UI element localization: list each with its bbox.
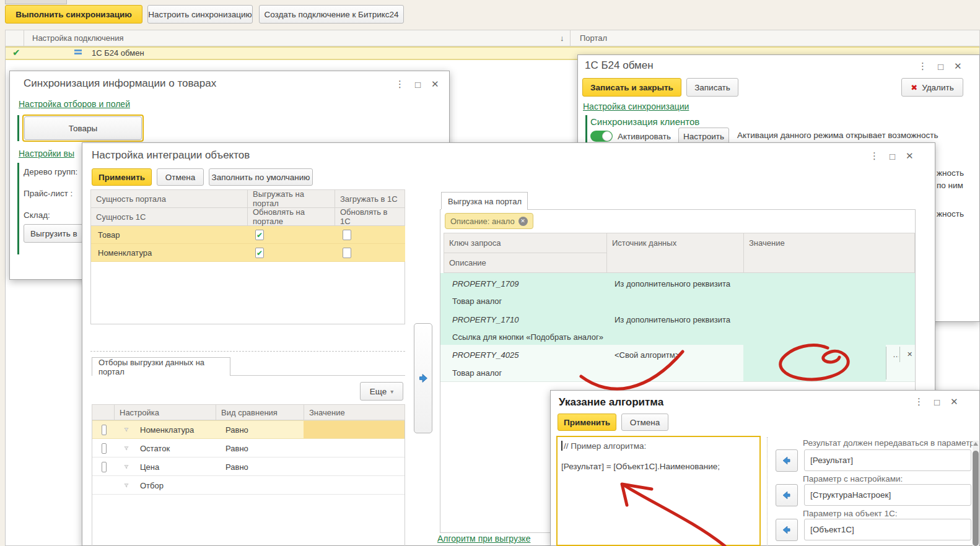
scrollbar-thumb[interactable] (973, 451, 979, 546)
tab-filters[interactable]: Отборы выгрузки данных на портал (92, 357, 230, 376)
clear-value-button[interactable]: ✕ (902, 345, 913, 363)
checkbox-checked[interactable]: ✔ (255, 248, 264, 258)
more-button-label: Еще (370, 387, 387, 396)
algorithm-on-upload-link[interactable]: Алгоритм при выгрузке (437, 534, 530, 544)
sync-icon (74, 50, 82, 51)
kebab-icon[interactable]: ⋮ (395, 79, 405, 90)
products-button[interactable]: Товары (24, 116, 142, 140)
entity-col-load[interactable]: Загружать в 1С (335, 189, 405, 208)
filters-fields-link[interactable]: Настройка отборов и полей (19, 99, 130, 109)
apply-button[interactable]: Применить (92, 168, 152, 186)
filter-row-name: Номенклатура (135, 420, 214, 439)
checkbox-unchecked[interactable] (343, 230, 351, 240)
choose-value-button[interactable]: … (888, 345, 899, 363)
filter-value-cell[interactable] (304, 421, 405, 438)
code-comment-line: // Пример алгоритма: (564, 441, 646, 451)
maximize-icon[interactable]: □ (934, 397, 940, 407)
map-col-value[interactable]: Значение (743, 233, 915, 273)
filter-row-checkbox[interactable] (97, 457, 112, 476)
settings-param-label: Параметр с настройками: (803, 474, 903, 483)
maximize-icon[interactable]: □ (938, 61, 943, 72)
mode-description: Активация данного режима открывает возмо… (737, 131, 938, 140)
checkbox-checked[interactable]: ✔ (255, 230, 264, 240)
filter-col-select[interactable] (92, 404, 115, 420)
unload-button[interactable]: Выгрузить в (24, 224, 83, 243)
create-connection-button[interactable]: Создать подключение к Битрикс24 (259, 5, 404, 24)
cancel-button[interactable]: Отмена (157, 168, 204, 186)
insert-object-button[interactable] (776, 519, 798, 541)
group-indicator (585, 115, 587, 145)
filter-row-name: Цена (135, 457, 214, 476)
entity-upload-cell: ✔ (250, 244, 269, 262)
filter-row-name: Отбор (135, 476, 214, 495)
clients-sync-section: Синхронизация клиентов (590, 116, 699, 127)
chip-close-icon[interactable]: ✕ (518, 217, 528, 226)
entity-load-cell (338, 244, 356, 262)
insert-settings-button[interactable] (776, 484, 798, 506)
result-param-label: Результат должен передаваться в параметр… (803, 438, 977, 448)
result-param-input[interactable]: [Результат] (804, 449, 971, 471)
partial-toolbar-button[interactable] (5, 0, 67, 4)
checkbox-unchecked[interactable] (343, 248, 351, 258)
filter-row-cmp: Равно (221, 457, 295, 476)
text-cursor (561, 441, 562, 451)
filter-chip-label: Описание: анало (450, 217, 515, 226)
entity-col-upload[interactable]: Выгружать на портал (247, 189, 335, 208)
connection-row-label[interactable]: 1С Б24 обмен (87, 46, 273, 59)
close-icon[interactable]: ✕ (950, 396, 958, 407)
entity-col-update-portal[interactable]: Обновлять на портале (247, 207, 335, 226)
arrow-right-icon (416, 371, 430, 385)
maximize-icon[interactable]: □ (415, 79, 421, 90)
map-col-key[interactable]: Ключ запроса (444, 233, 607, 253)
object-param-input[interactable]: [Объект1С] (804, 519, 971, 540)
save-close-button[interactable]: Записать и закрыть (582, 78, 681, 97)
filter-row-checkbox[interactable] (97, 420, 112, 439)
sync-icon (74, 53, 82, 54)
activate-toggle[interactable] (590, 131, 613, 142)
fill-default-button[interactable]: Заполнить по умолчанию (209, 168, 313, 186)
algorithm-cancel-button[interactable]: Отмена (621, 414, 668, 431)
filter-col-value[interactable]: Значение (304, 404, 405, 420)
filter-row-checkbox[interactable] (97, 439, 112, 457)
close-icon[interactable]: ✕ (906, 150, 914, 162)
maximize-icon[interactable]: □ (890, 151, 895, 162)
map-col-source[interactable]: Источник данных (606, 233, 744, 273)
delete-button[interactable]: ✖ Удалить (901, 78, 963, 97)
funnel-icon (119, 420, 134, 439)
delete-button-label: Удалить (922, 83, 954, 92)
scrollbar-up-arrow[interactable] (973, 442, 978, 446)
tab-upload-portal[interactable]: Выгрузка на портал (441, 192, 528, 210)
map-col-desc[interactable]: Описание (444, 253, 607, 273)
column-portal[interactable]: Портал (575, 30, 699, 46)
insert-result-button[interactable] (776, 449, 798, 472)
entity-row-name: Товар (93, 226, 242, 244)
algorithm-code-editor[interactable] (556, 436, 761, 546)
splitter[interactable] (90, 351, 405, 352)
close-icon[interactable]: ✕ (954, 61, 962, 72)
upload-settings-link[interactable]: Настройки вы (19, 149, 81, 158)
entity-row-name: Номенклатура (93, 244, 242, 262)
column-connection[interactable]: Настройка подключения (27, 30, 374, 46)
exchange-window-title: 1С Б24 обмен (585, 59, 654, 72)
entity-col-portal[interactable]: Сущность портала (90, 189, 248, 208)
funnel-icon (119, 476, 134, 495)
run-sync-button[interactable]: Выполнить синхронизацию (5, 5, 142, 24)
kebab-icon[interactable]: ⋮ (914, 396, 924, 407)
sync-settings-link[interactable]: Настройка синхронизации (583, 102, 689, 111)
entity-col-1c[interactable]: Сущность 1С (90, 207, 248, 226)
more-button[interactable]: Еще ▾ (360, 382, 403, 401)
filter-row-cmp: Равно (221, 439, 295, 457)
filter-col-compare[interactable]: Вид сравнения (216, 404, 304, 420)
clipped-text-fragment: жность (937, 168, 964, 178)
entity-col-update-1c[interactable]: Обновлять в 1С (335, 207, 405, 226)
splitter[interactable] (767, 437, 768, 546)
filter-col-setting[interactable]: Настройка (114, 404, 216, 420)
algorithm-apply-button[interactable]: Применить (558, 414, 616, 431)
transfer-right-button[interactable] (414, 323, 432, 433)
settings-param-input[interactable]: [СтруктураНастроек] (804, 484, 971, 506)
close-icon[interactable]: ✕ (431, 79, 439, 90)
save-button[interactable]: Записать (686, 78, 738, 97)
kebab-icon[interactable]: ⋮ (918, 61, 927, 72)
configure-sync-button[interactable]: Настроить синхронизацию (147, 5, 253, 24)
kebab-icon[interactable]: ⋮ (870, 150, 879, 162)
